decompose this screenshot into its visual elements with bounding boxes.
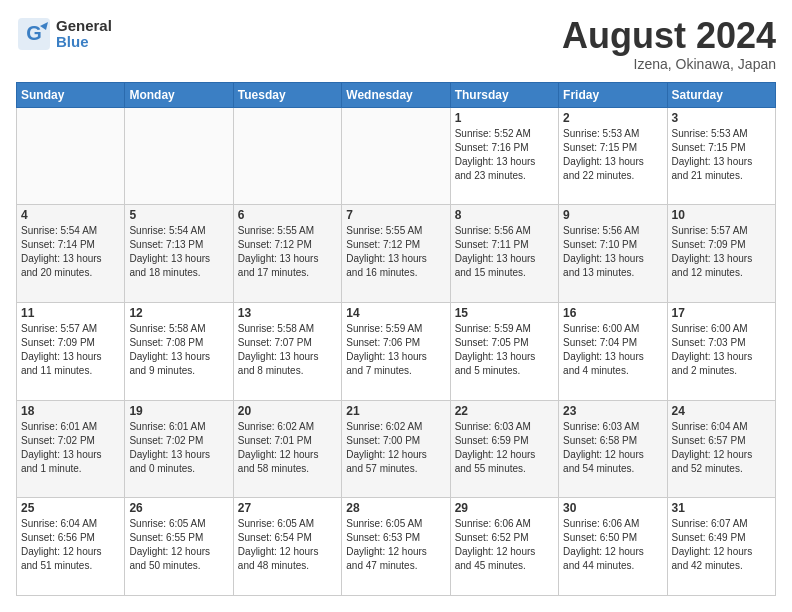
calendar-cell: [125, 107, 233, 205]
day-number: 11: [21, 306, 120, 320]
day-info: Sunrise: 5:58 AM Sunset: 7:08 PM Dayligh…: [129, 322, 228, 378]
calendar-cell: 28Sunrise: 6:05 AM Sunset: 6:53 PM Dayli…: [342, 498, 450, 596]
svg-text:G: G: [26, 22, 42, 44]
calendar-cell: 2Sunrise: 5:53 AM Sunset: 7:15 PM Daylig…: [559, 107, 667, 205]
header: G General Blue August 2024 Izena, Okinaw…: [16, 16, 776, 72]
day-info: Sunrise: 6:00 AM Sunset: 7:03 PM Dayligh…: [672, 322, 771, 378]
day-info: Sunrise: 5:54 AM Sunset: 7:13 PM Dayligh…: [129, 224, 228, 280]
calendar-cell: 4Sunrise: 5:54 AM Sunset: 7:14 PM Daylig…: [17, 205, 125, 303]
calendar-cell: 24Sunrise: 6:04 AM Sunset: 6:57 PM Dayli…: [667, 400, 775, 498]
calendar-cell: 26Sunrise: 6:05 AM Sunset: 6:55 PM Dayli…: [125, 498, 233, 596]
calendar-cell: 1Sunrise: 5:52 AM Sunset: 7:16 PM Daylig…: [450, 107, 558, 205]
day-info: Sunrise: 5:59 AM Sunset: 7:05 PM Dayligh…: [455, 322, 554, 378]
day-info: Sunrise: 5:55 AM Sunset: 7:12 PM Dayligh…: [238, 224, 337, 280]
day-info: Sunrise: 6:03 AM Sunset: 6:58 PM Dayligh…: [563, 420, 662, 476]
calendar-cell: 5Sunrise: 5:54 AM Sunset: 7:13 PM Daylig…: [125, 205, 233, 303]
logo-general: General: [56, 18, 112, 35]
day-info: Sunrise: 6:05 AM Sunset: 6:53 PM Dayligh…: [346, 517, 445, 573]
day-info: Sunrise: 5:57 AM Sunset: 7:09 PM Dayligh…: [21, 322, 120, 378]
day-number: 8: [455, 208, 554, 222]
calendar-cell: [233, 107, 341, 205]
calendar-header-row: SundayMondayTuesdayWednesdayThursdayFrid…: [17, 82, 776, 107]
day-info: Sunrise: 5:53 AM Sunset: 7:15 PM Dayligh…: [672, 127, 771, 183]
calendar-cell: 21Sunrise: 6:02 AM Sunset: 7:00 PM Dayli…: [342, 400, 450, 498]
day-number: 19: [129, 404, 228, 418]
day-info: Sunrise: 6:00 AM Sunset: 7:04 PM Dayligh…: [563, 322, 662, 378]
calendar-cell: 15Sunrise: 5:59 AM Sunset: 7:05 PM Dayli…: [450, 302, 558, 400]
calendar-cell: 13Sunrise: 5:58 AM Sunset: 7:07 PM Dayli…: [233, 302, 341, 400]
calendar-cell: 29Sunrise: 6:06 AM Sunset: 6:52 PM Dayli…: [450, 498, 558, 596]
day-info: Sunrise: 6:01 AM Sunset: 7:02 PM Dayligh…: [21, 420, 120, 476]
day-info: Sunrise: 5:55 AM Sunset: 7:12 PM Dayligh…: [346, 224, 445, 280]
calendar-cell: 19Sunrise: 6:01 AM Sunset: 7:02 PM Dayli…: [125, 400, 233, 498]
day-info: Sunrise: 6:05 AM Sunset: 6:55 PM Dayligh…: [129, 517, 228, 573]
day-number: 23: [563, 404, 662, 418]
calendar-cell: [342, 107, 450, 205]
day-number: 16: [563, 306, 662, 320]
calendar-cell: 10Sunrise: 5:57 AM Sunset: 7:09 PM Dayli…: [667, 205, 775, 303]
calendar-table: SundayMondayTuesdayWednesdayThursdayFrid…: [16, 82, 776, 596]
day-info: Sunrise: 6:02 AM Sunset: 7:00 PM Dayligh…: [346, 420, 445, 476]
day-number: 4: [21, 208, 120, 222]
day-info: Sunrise: 6:05 AM Sunset: 6:54 PM Dayligh…: [238, 517, 337, 573]
day-info: Sunrise: 6:01 AM Sunset: 7:02 PM Dayligh…: [129, 420, 228, 476]
day-number: 14: [346, 306, 445, 320]
day-number: 29: [455, 501, 554, 515]
logo: G General Blue: [16, 16, 112, 52]
calendar-cell: 12Sunrise: 5:58 AM Sunset: 7:08 PM Dayli…: [125, 302, 233, 400]
calendar-week-4: 18Sunrise: 6:01 AM Sunset: 7:02 PM Dayli…: [17, 400, 776, 498]
calendar-cell: 8Sunrise: 5:56 AM Sunset: 7:11 PM Daylig…: [450, 205, 558, 303]
day-number: 6: [238, 208, 337, 222]
day-number: 30: [563, 501, 662, 515]
day-number: 7: [346, 208, 445, 222]
calendar-cell: 20Sunrise: 6:02 AM Sunset: 7:01 PM Dayli…: [233, 400, 341, 498]
calendar-cell: 31Sunrise: 6:07 AM Sunset: 6:49 PM Dayli…: [667, 498, 775, 596]
calendar-cell: 30Sunrise: 6:06 AM Sunset: 6:50 PM Dayli…: [559, 498, 667, 596]
day-info: Sunrise: 5:57 AM Sunset: 7:09 PM Dayligh…: [672, 224, 771, 280]
day-info: Sunrise: 5:54 AM Sunset: 7:14 PM Dayligh…: [21, 224, 120, 280]
day-number: 21: [346, 404, 445, 418]
calendar-cell: 23Sunrise: 6:03 AM Sunset: 6:58 PM Dayli…: [559, 400, 667, 498]
weekday-header-thursday: Thursday: [450, 82, 558, 107]
day-info: Sunrise: 5:56 AM Sunset: 7:10 PM Dayligh…: [563, 224, 662, 280]
day-number: 24: [672, 404, 771, 418]
logo-blue: Blue: [56, 34, 112, 51]
calendar-cell: 16Sunrise: 6:00 AM Sunset: 7:04 PM Dayli…: [559, 302, 667, 400]
calendar-cell: [17, 107, 125, 205]
weekday-header-friday: Friday: [559, 82, 667, 107]
weekday-header-wednesday: Wednesday: [342, 82, 450, 107]
day-info: Sunrise: 6:04 AM Sunset: 6:56 PM Dayligh…: [21, 517, 120, 573]
month-title: August 2024: [562, 16, 776, 56]
calendar-cell: 14Sunrise: 5:59 AM Sunset: 7:06 PM Dayli…: [342, 302, 450, 400]
day-number: 2: [563, 111, 662, 125]
day-number: 26: [129, 501, 228, 515]
calendar-week-5: 25Sunrise: 6:04 AM Sunset: 6:56 PM Dayli…: [17, 498, 776, 596]
day-number: 1: [455, 111, 554, 125]
day-info: Sunrise: 6:03 AM Sunset: 6:59 PM Dayligh…: [455, 420, 554, 476]
calendar-week-3: 11Sunrise: 5:57 AM Sunset: 7:09 PM Dayli…: [17, 302, 776, 400]
day-number: 15: [455, 306, 554, 320]
title-area: August 2024 Izena, Okinawa, Japan: [562, 16, 776, 72]
weekday-header-tuesday: Tuesday: [233, 82, 341, 107]
calendar-cell: 11Sunrise: 5:57 AM Sunset: 7:09 PM Dayli…: [17, 302, 125, 400]
weekday-header-saturday: Saturday: [667, 82, 775, 107]
day-info: Sunrise: 6:07 AM Sunset: 6:49 PM Dayligh…: [672, 517, 771, 573]
day-number: 27: [238, 501, 337, 515]
day-info: Sunrise: 5:52 AM Sunset: 7:16 PM Dayligh…: [455, 127, 554, 183]
calendar-cell: 9Sunrise: 5:56 AM Sunset: 7:10 PM Daylig…: [559, 205, 667, 303]
logo-icon: G: [16, 16, 52, 52]
day-number: 17: [672, 306, 771, 320]
day-info: Sunrise: 6:04 AM Sunset: 6:57 PM Dayligh…: [672, 420, 771, 476]
day-number: 5: [129, 208, 228, 222]
calendar-cell: 22Sunrise: 6:03 AM Sunset: 6:59 PM Dayli…: [450, 400, 558, 498]
day-number: 3: [672, 111, 771, 125]
calendar-cell: 18Sunrise: 6:01 AM Sunset: 7:02 PM Dayli…: [17, 400, 125, 498]
day-number: 31: [672, 501, 771, 515]
day-info: Sunrise: 5:53 AM Sunset: 7:15 PM Dayligh…: [563, 127, 662, 183]
day-info: Sunrise: 6:06 AM Sunset: 6:52 PM Dayligh…: [455, 517, 554, 573]
day-info: Sunrise: 5:56 AM Sunset: 7:11 PM Dayligh…: [455, 224, 554, 280]
calendar-cell: 6Sunrise: 5:55 AM Sunset: 7:12 PM Daylig…: [233, 205, 341, 303]
day-info: Sunrise: 6:06 AM Sunset: 6:50 PM Dayligh…: [563, 517, 662, 573]
day-number: 10: [672, 208, 771, 222]
calendar-cell: 17Sunrise: 6:00 AM Sunset: 7:03 PM Dayli…: [667, 302, 775, 400]
